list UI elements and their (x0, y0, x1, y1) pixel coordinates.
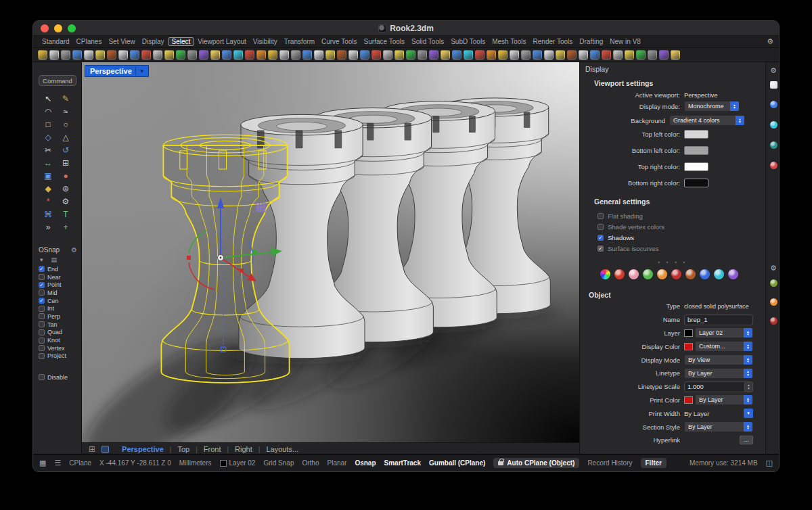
color-swatch[interactable] (684, 396, 693, 404)
side-tab-icon[interactable] (769, 100, 777, 108)
menu-item-curve-tools[interactable]: Curve Tools (318, 37, 361, 46)
color-swatch[interactable] (684, 329, 693, 337)
toolbar-icon[interactable] (291, 50, 300, 60)
display-mode-select[interactable]: Monochrome ▴▾ (684, 101, 740, 112)
checkbox-flat-shading[interactable] (597, 213, 604, 219)
grid-view-icon[interactable]: ▦ (39, 459, 46, 467)
tool-icon[interactable]: ◇ (39, 131, 57, 143)
toolbar-icon[interactable] (176, 50, 185, 60)
dropdown[interactable]: By Layer▴▾ (695, 394, 753, 405)
menu-item-cplanes[interactable]: CPlanes (73, 37, 106, 46)
tool-icon[interactable]: * (39, 195, 57, 208)
toolbar-icon[interactable] (199, 50, 208, 60)
tool-icon[interactable]: △ (57, 131, 74, 143)
checkbox-surface-isocurves[interactable]: ✓ (597, 246, 604, 252)
menu-item-surface-tools[interactable]: Surface Tools (361, 37, 408, 46)
viewport-tab-layouts[interactable]: Layouts... (266, 445, 298, 453)
status-toggle-filter[interactable]: Filter (641, 458, 667, 468)
properties-tab-icon[interactable] (685, 269, 696, 279)
toolbar-icon[interactable] (256, 50, 266, 60)
checkbox-perp[interactable] (39, 313, 45, 319)
checkbox-shadows[interactable]: ✓ (597, 235, 604, 241)
menu-item-visibility[interactable]: Visibility (250, 37, 281, 46)
background-select[interactable]: Gradient 4 colors ▴▾ (669, 115, 745, 126)
side-tab-icon[interactable] (769, 317, 777, 325)
tool-icon[interactable]: ▣ (39, 169, 57, 182)
color-swatch[interactable] (684, 130, 708, 139)
status-toggle-record-history[interactable]: Record History (587, 459, 632, 467)
tool-icon[interactable]: ⊕ (57, 182, 74, 195)
side-tab-icon[interactable] (769, 298, 777, 306)
toolbar-icon[interactable] (613, 50, 623, 60)
properties-tab-icon[interactable] (657, 269, 667, 279)
side-tab-icon[interactable] (769, 80, 777, 89)
toolbar-icon[interactable] (72, 50, 82, 60)
toolbar-icon[interactable] (187, 50, 197, 60)
toolbar-icon[interactable] (325, 50, 335, 60)
toolbar-icon[interactable] (394, 50, 404, 60)
tool-icon[interactable]: » (39, 221, 57, 233)
checkbox-tan[interactable] (39, 321, 45, 327)
menu-item-viewport-layout[interactable]: Viewport Layout (194, 37, 250, 46)
color-wheel-icon[interactable] (600, 269, 610, 279)
gear-icon[interactable]: ⚙ (767, 37, 773, 46)
toolbar-icon[interactable] (418, 50, 427, 60)
toolbar-icon[interactable] (279, 50, 289, 60)
toolbar-icon[interactable] (636, 50, 646, 60)
tool-icon[interactable]: T (57, 208, 74, 221)
toolbar-icon[interactable] (383, 50, 392, 60)
tool-icon[interactable]: + (57, 221, 74, 233)
checkbox-cen[interactable]: ✓ (39, 298, 45, 304)
toolbar-icon[interactable] (544, 50, 554, 60)
properties-tab-icon[interactable] (614, 269, 625, 279)
toolbar-icon[interactable] (302, 50, 312, 60)
toolbar-icon[interactable] (107, 50, 116, 60)
menu-item-new-in-v8[interactable]: New in V8 (606, 37, 644, 46)
toolbar-icon[interactable] (521, 50, 531, 60)
toolbar-icon[interactable] (49, 50, 59, 60)
list-icon[interactable]: ☰ (54, 459, 61, 467)
toolbar-icon[interactable] (141, 50, 151, 60)
checkbox-mid[interactable] (39, 289, 45, 296)
checkbox-near[interactable] (39, 274, 45, 280)
tool-icon[interactable]: ↖ (39, 92, 57, 105)
text-input[interactable]: brep_1 (684, 315, 753, 325)
viewport-layout-icon[interactable]: ⊞ (89, 444, 95, 454)
toolbar-icon[interactable] (95, 50, 105, 60)
gear-icon[interactable]: ⚙ (769, 264, 777, 272)
checkbox-disable[interactable] (39, 374, 45, 380)
panel-splitter[interactable]: ● ● ● ● (580, 260, 765, 264)
gear-icon[interactable]: ⚙ (71, 246, 77, 254)
tool-icon[interactable]: ◆ (39, 182, 57, 195)
viewport-tab-front[interactable]: Front (204, 445, 221, 453)
chevron-down-icon[interactable]: ▾ (744, 409, 753, 418)
active-layer[interactable]: Layer 02 (220, 459, 256, 467)
tool-icon[interactable]: ● (57, 169, 74, 182)
color-swatch[interactable] (684, 162, 708, 171)
command-button[interactable]: Command (39, 75, 76, 86)
status-toggle-smarttrack[interactable]: SmartTrack (384, 459, 421, 467)
tool-icon[interactable]: ≈ (57, 105, 74, 118)
toolbar-icon[interactable] (602, 50, 611, 60)
status-toggle-gumball-cplane[interactable]: Gumball (CPlane) (429, 459, 485, 467)
tool-icon[interactable]: ✂ (39, 143, 57, 156)
tool-icon[interactable]: ⌘ (39, 208, 57, 221)
side-tab-icon[interactable] (769, 120, 777, 129)
toolbar-icon[interactable] (590, 50, 600, 60)
tool-icon[interactable]: ↔ (39, 156, 57, 169)
toolbar-icon[interactable] (348, 50, 358, 60)
toolbar-icon[interactable] (567, 50, 577, 60)
toolbar-icon[interactable] (61, 50, 70, 60)
dropdown[interactable]: By View▴▾ (684, 354, 753, 365)
viewport-title-tab[interactable]: Perspective ▼ (85, 65, 149, 77)
toolbar-icon[interactable] (268, 50, 277, 60)
toolbar-icon[interactable] (337, 50, 346, 60)
toolbar-icon[interactable] (84, 50, 93, 60)
side-tab-icon[interactable] (769, 141, 777, 149)
toolbar-icon[interactable] (487, 50, 496, 60)
menu-item-display[interactable]: Display (139, 37, 168, 46)
menu-item-solid-tools[interactable]: Solid Tools (408, 37, 447, 46)
osnap-filter-icon[interactable]: ▤ (51, 256, 58, 263)
units-label[interactable]: Millimeters (179, 459, 212, 467)
status-toggle-osnap[interactable]: Osnap (355, 459, 376, 467)
